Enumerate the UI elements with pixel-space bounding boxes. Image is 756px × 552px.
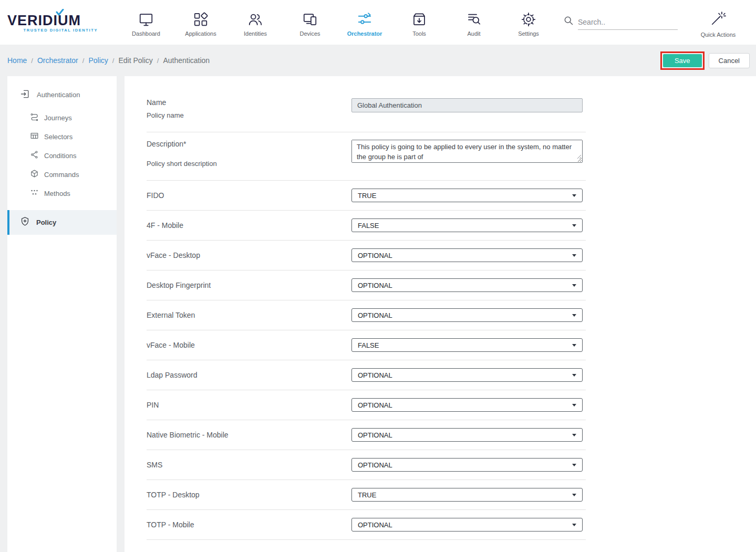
chevron-down-icon	[572, 464, 576, 466]
field-sublabel: Policy short description	[147, 160, 351, 168]
chevron-down-icon	[572, 524, 576, 526]
user-menu[interactable]: david	[741, 7, 756, 38]
top-navbar: VERIDIUM TRUSTED DIGITAL IDENTITY Dashbo…	[0, 0, 756, 45]
policy-name-input[interactable]	[351, 98, 583, 112]
field-label: Name	[147, 98, 351, 107]
settings-gear-icon	[520, 12, 537, 27]
breadcrumb-separator: /	[157, 57, 159, 65]
search-icon	[563, 15, 574, 30]
policy-description-textarea[interactable]: This policy is going to be applied to ev…	[351, 140, 583, 163]
chevron-down-icon	[572, 434, 576, 436]
save-highlight-annotation: Save	[660, 51, 705, 70]
dashboard-icon	[138, 12, 154, 27]
sidebar-item-policy[interactable]: Policy	[7, 210, 117, 235]
form-row-totp-desktop: TOTP - Desktop TRUE	[147, 480, 586, 510]
nav-item-tools[interactable]: Tools	[392, 8, 447, 37]
totp-desktop-select[interactable]: TRUE	[351, 488, 583, 502]
ldap-password-select[interactable]: OPTIONAL	[351, 368, 583, 382]
field-label: 4F - Mobile	[147, 221, 351, 230]
sidebar-item-authentication[interactable]: Authentication	[7, 85, 117, 108]
main-layout: Authentication Journeys Selectors Condit…	[0, 76, 756, 552]
nav-item-label: Devices	[299, 30, 320, 37]
field-label: Description*	[147, 140, 351, 148]
sms-select[interactable]: OPTIONAL	[351, 458, 583, 472]
fido-select[interactable]: TRUE	[351, 189, 583, 202]
select-value: OPTIONAL	[358, 311, 392, 319]
nav-item-audit[interactable]: Audit	[447, 8, 501, 37]
breadcrumb-separator: /	[112, 57, 115, 65]
sidebar-item-methods[interactable]: Methods	[7, 184, 117, 203]
save-button[interactable]: Save	[663, 54, 702, 67]
nav-item-label: Tools	[412, 30, 426, 37]
magic-wand-icon	[710, 11, 726, 28]
search-input[interactable]	[578, 15, 678, 30]
nav-item-label: Audit	[467, 30, 480, 37]
breadcrumb-edit-policy: Edit Policy	[118, 56, 152, 65]
field-label: Ldap Password	[147, 371, 351, 379]
sidebar: Authentication Journeys Selectors Condit…	[7, 76, 117, 552]
pin-select[interactable]: OPTIONAL	[351, 398, 583, 412]
form-row-desktop-fingerprint: Desktop Fingerprint OPTIONAL	[147, 270, 586, 300]
chevron-down-icon	[572, 284, 576, 287]
field-label: TOTP - Mobile	[147, 520, 351, 529]
breadcrumb-policy[interactable]: Policy	[88, 56, 108, 65]
4f-mobile-select[interactable]: FALSE	[351, 218, 583, 232]
breadcrumb-authentication: Authentication	[163, 56, 210, 65]
nav-item-applications[interactable]: Applications	[173, 8, 228, 37]
quick-actions-label: Quick Actions	[701, 32, 736, 38]
totp-mobile-select[interactable]: OPTIONAL	[351, 518, 583, 532]
cube-icon	[30, 169, 39, 180]
identities-icon	[247, 12, 264, 27]
field-label: vFace - Desktop	[147, 251, 351, 259]
nav-item-devices[interactable]: Devices	[283, 8, 337, 37]
desktop-fingerprint-select[interactable]: OPTIONAL	[351, 278, 583, 292]
cancel-button[interactable]: Cancel	[709, 53, 750, 68]
external-token-select[interactable]: OPTIONAL	[351, 308, 583, 322]
field-label: Native Biometric - Mobile	[147, 431, 351, 439]
sidebar-item-label: Selectors	[44, 133, 73, 141]
sidebar-item-label: Methods	[44, 190, 70, 197]
vface-mobile-select[interactable]: FALSE	[351, 338, 583, 352]
select-value: FALSE	[358, 222, 379, 230]
header-right: Quick Actions david	[696, 7, 756, 38]
chevron-down-icon	[572, 254, 576, 257]
chevron-down-icon	[572, 494, 576, 496]
nav-item-settings[interactable]: Settings	[501, 8, 556, 37]
nav-item-dashboard[interactable]: Dashboard	[119, 8, 173, 37]
select-value: OPTIONAL	[358, 431, 392, 439]
form-row-external-token: External Token OPTIONAL	[147, 300, 586, 330]
global-search	[563, 15, 678, 30]
select-value: OPTIONAL	[358, 371, 392, 379]
sidebar-item-commands[interactable]: Commands	[7, 165, 117, 184]
native-biometric-mobile-select[interactable]: OPTIONAL	[351, 428, 583, 442]
breadcrumb-orchestrator[interactable]: Orchestrator	[37, 56, 78, 65]
select-value: OPTIONAL	[358, 252, 392, 259]
select-value: OPTIONAL	[358, 461, 392, 469]
page-actions: Save Cancel	[660, 51, 750, 70]
form-row-ldap-password: Ldap Password OPTIONAL	[147, 360, 586, 390]
nav-item-label: Identities	[244, 30, 267, 37]
sidebar-item-label: Commands	[44, 171, 79, 179]
form-row-name: Name Policy name	[147, 91, 586, 132]
vface-desktop-select[interactable]: OPTIONAL	[351, 248, 583, 262]
sidebar-item-journeys[interactable]: Journeys	[7, 108, 117, 127]
chevron-down-icon	[572, 224, 576, 227]
form-row-fido: FIDO TRUE	[147, 181, 586, 211]
veridium-logo[interactable]: VERIDIUM TRUSTED DIGITAL IDENTITY	[7, 13, 98, 33]
shield-policy-icon	[20, 216, 30, 228]
chevron-down-icon	[572, 194, 576, 197]
form-row-vface-desktop: vFace - Desktop OPTIONAL	[147, 241, 586, 270]
nav-item-identities[interactable]: Identities	[228, 8, 283, 37]
breadcrumb-home[interactable]: Home	[7, 56, 27, 65]
quick-actions-button[interactable]: Quick Actions	[696, 7, 741, 38]
nav-item-label: Applications	[185, 30, 216, 37]
form-row-pin: PIN OPTIONAL	[147, 390, 586, 420]
audit-icon	[465, 12, 482, 27]
form-row-description: Description* Policy short description Th…	[147, 132, 586, 181]
sidebar-item-label: Policy	[36, 218, 56, 226]
sidebar-item-selectors[interactable]: Selectors	[7, 127, 117, 146]
nav-item-orchestrator[interactable]: Orchestrator	[337, 8, 392, 37]
select-value: FALSE	[358, 341, 379, 349]
sidebar-item-conditions[interactable]: Conditions	[7, 146, 117, 165]
field-label: TOTP - Desktop	[147, 491, 351, 499]
